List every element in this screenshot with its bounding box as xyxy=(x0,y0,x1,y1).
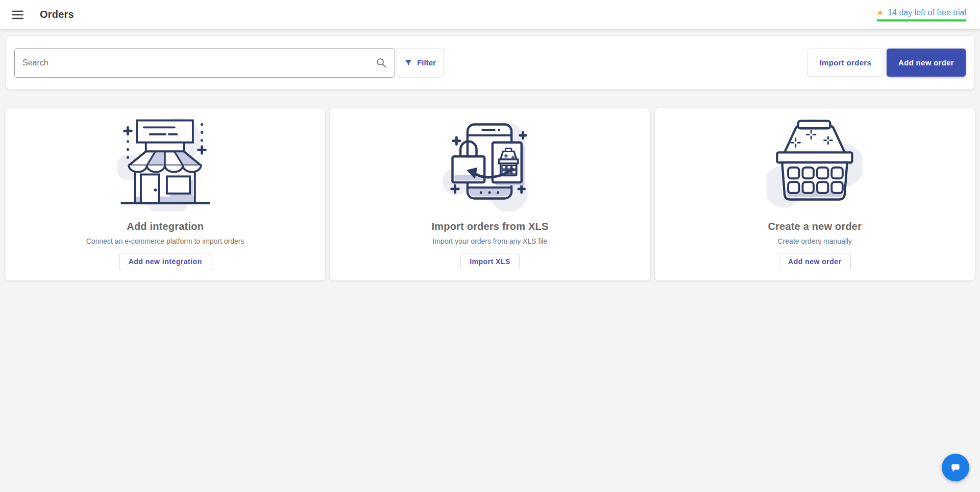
search-box[interactable] xyxy=(14,48,395,78)
add-new-order-button[interactable]: Add new order xyxy=(887,49,966,77)
orders-toolbar: Filter Import orders Add new order xyxy=(6,36,974,89)
search-icon xyxy=(376,57,387,68)
card-subtitle: Create orders manually xyxy=(778,237,852,245)
search-input[interactable] xyxy=(22,58,376,67)
filter-icon xyxy=(404,59,412,67)
shopping-basket-illustration xyxy=(767,112,863,210)
create-order-card: Create a new order Create orders manuall… xyxy=(655,108,975,280)
import-orders-button[interactable]: Import orders xyxy=(807,49,884,77)
page-title: Orders xyxy=(40,9,74,20)
card-subtitle: Import your orders from any XLS file xyxy=(433,237,548,245)
top-bar: Orders ★ 14 day left of free trial xyxy=(0,0,980,29)
phone-import-illustration xyxy=(442,112,538,210)
chat-icon xyxy=(949,461,962,474)
action-cards-row: Add integration Connect an e-commerce pl… xyxy=(5,108,975,280)
add-integration-card: Add integration Connect an e-commerce pl… xyxy=(5,108,325,280)
import-xls-button[interactable]: Import XLS xyxy=(460,253,520,270)
trial-link[interactable]: ★ 14 day left of free trial xyxy=(877,8,966,21)
card-title: Add integration xyxy=(127,221,204,232)
chat-launcher-button[interactable] xyxy=(942,454,969,481)
add-new-order-card-button[interactable]: Add new order xyxy=(779,253,851,270)
menu-button[interactable] xyxy=(8,5,28,25)
trial-text: 14 day left of free trial xyxy=(888,8,966,17)
add-new-integration-button[interactable]: Add new integration xyxy=(119,253,211,270)
filter-label: Filter xyxy=(417,58,436,67)
storefront-illustration xyxy=(117,112,213,210)
star-icon: ★ xyxy=(877,9,884,16)
filter-button[interactable]: Filter xyxy=(397,48,444,78)
card-title: Create a new order xyxy=(768,221,862,232)
card-subtitle: Connect an e-commerce platform to import… xyxy=(86,237,244,245)
import-xls-card: Import orders from XLS Import your order… xyxy=(330,108,650,280)
hamburger-icon xyxy=(12,10,23,19)
card-title: Import orders from XLS xyxy=(432,221,549,232)
